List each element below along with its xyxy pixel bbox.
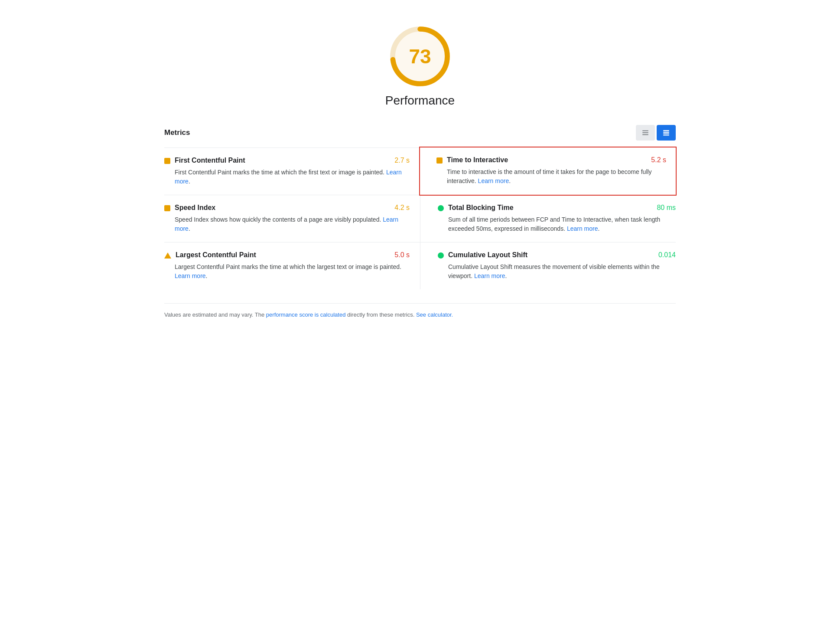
metric-icon-si (164, 205, 170, 211)
score-value: 73 (409, 45, 431, 68)
svg-rect-6 (663, 132, 669, 133)
metric-learn-more-lcp[interactable]: Learn more (175, 272, 206, 279)
metric-value-lcp: 5.0 s (394, 251, 410, 259)
metric-icon-tbt (438, 205, 444, 211)
metric-name-lcp: Largest Contentful Paint (176, 251, 256, 259)
metric-name-tti: Time to Interactive (447, 156, 508, 164)
detail-icon (662, 129, 670, 137)
metric-learn-more-si[interactable]: Learn more (175, 216, 398, 232)
metric-name-row-cls: Cumulative Layout Shift (438, 251, 527, 259)
svg-rect-4 (642, 134, 648, 135)
svg-rect-2 (642, 131, 648, 131)
footer-divider (164, 303, 676, 304)
metric-item-tti: Time to Interactive 5.2 s Time to intera… (419, 147, 677, 196)
metric-name-fcp: First Contentful Paint (175, 157, 245, 164)
metric-description-fcp: First Contentful Paint marks the time at… (175, 168, 410, 186)
footer-text: Values are estimated and may vary. The p… (164, 311, 676, 319)
list-icon (641, 129, 649, 137)
metric-description-si: Speed Index shows how quickly the conten… (175, 215, 410, 233)
svg-rect-5 (663, 130, 669, 131)
metric-description-tbt: Sum of all time periods between FCP and … (448, 215, 676, 233)
metric-icon-tti (436, 157, 443, 164)
metric-header-cls: Cumulative Layout Shift 0.014 (438, 251, 676, 259)
svg-rect-8 (663, 135, 669, 136)
metric-icon-cls (438, 252, 444, 259)
metric-name-tbt: Total Blocking Time (448, 204, 514, 212)
metric-name-row-fcp: First Contentful Paint (164, 157, 245, 164)
metric-name-row-tbt: Total Blocking Time (438, 204, 514, 212)
metric-name-cls: Cumulative Layout Shift (448, 251, 527, 259)
metric-description-cls: Cumulative Layout Shift measures the mov… (448, 262, 676, 281)
metric-header-tti: Time to Interactive 5.2 s (436, 156, 666, 164)
metric-item-tbt: Total Blocking Time 80 ms Sum of all tim… (420, 195, 676, 242)
metrics-label: Metrics (164, 128, 190, 137)
metric-name-row-si: Speed Index (164, 204, 215, 212)
score-gauge: 73 (390, 26, 450, 87)
metric-header-si: Speed Index 4.2 s (164, 204, 410, 212)
metric-name-si: Speed Index (175, 204, 215, 212)
metric-icon-fcp (164, 158, 170, 164)
svg-rect-3 (642, 132, 648, 133)
metric-item-si: Speed Index 4.2 s Speed Index shows how … (164, 195, 420, 242)
metric-icon-lcp (164, 252, 171, 259)
metric-item-fcp: First Contentful Paint 2.7 s First Conte… (164, 147, 420, 195)
list-view-button[interactable] (636, 125, 655, 141)
svg-rect-7 (663, 134, 669, 134)
metric-item-cls: Cumulative Layout Shift 0.014 Cumulative… (420, 242, 676, 289)
footer-prefix: Values are estimated and may vary. The (164, 311, 266, 318)
toolbar-buttons (636, 125, 676, 141)
metrics-header: Metrics (164, 125, 676, 141)
calculator-link[interactable]: See calculator. (416, 311, 453, 318)
metric-learn-more-tti[interactable]: Learn more (478, 177, 509, 184)
metric-value-cls: 0.014 (658, 251, 676, 259)
metric-learn-more-fcp[interactable]: Learn more (175, 169, 402, 185)
performance-score-link[interactable]: performance score is calculated (266, 311, 346, 318)
footer-middle: directly from these metrics. (345, 311, 416, 318)
metric-item-lcp: Largest Contentful Paint 5.0 s Largest C… (164, 242, 420, 289)
metric-value-tbt: 80 ms (657, 204, 676, 212)
metric-name-row-lcp: Largest Contentful Paint (164, 251, 256, 259)
page-title: Performance (385, 94, 455, 108)
metrics-grid: First Contentful Paint 2.7 s First Conte… (164, 147, 676, 289)
detail-view-button[interactable] (657, 125, 676, 141)
metric-value-fcp: 2.7 s (394, 157, 410, 164)
metric-header-tbt: Total Blocking Time 80 ms (438, 204, 676, 212)
metric-learn-more-cls[interactable]: Learn more (474, 272, 505, 279)
metric-description-tti: Time to interactive is the amount of tim… (447, 167, 666, 186)
metric-value-si: 4.2 s (394, 204, 410, 212)
metric-learn-more-tbt[interactable]: Learn more (567, 225, 598, 232)
metric-description-lcp: Largest Contentful Paint marks the time … (175, 262, 410, 281)
metric-header-fcp: First Contentful Paint 2.7 s (164, 157, 410, 164)
score-section: 73 Performance (164, 17, 676, 108)
metric-header-lcp: Largest Contentful Paint 5.0 s (164, 251, 410, 259)
metric-value-tti: 5.2 s (651, 156, 666, 164)
metric-name-row-tti: Time to Interactive (436, 156, 508, 164)
